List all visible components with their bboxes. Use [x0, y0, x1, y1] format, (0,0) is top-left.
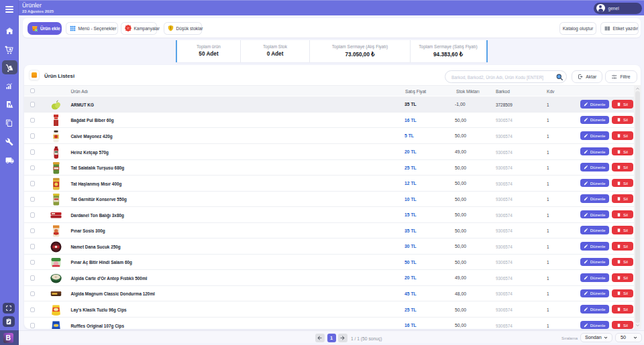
svg-text:C: C	[55, 275, 57, 279]
